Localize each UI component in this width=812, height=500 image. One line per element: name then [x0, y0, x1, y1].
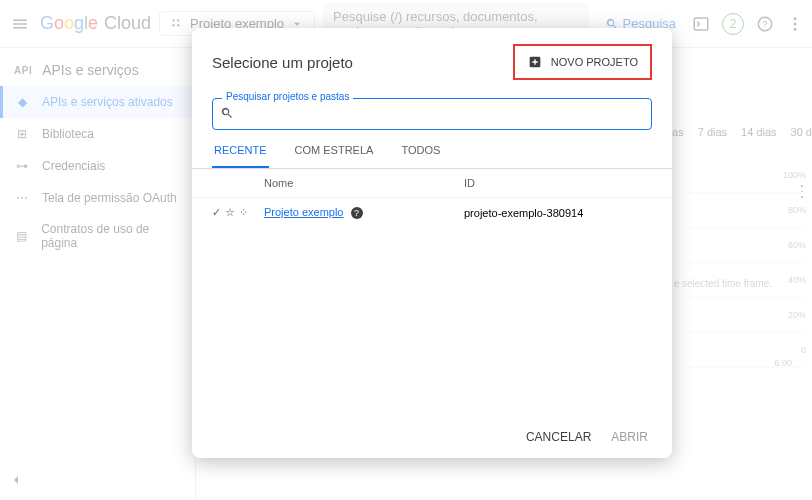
project-type-icon: ⁘: [239, 206, 248, 219]
project-name-link[interactable]: Projeto exemplo: [264, 206, 344, 218]
project-row[interactable]: ✓ ☆ ⁘ Projeto exemplo ? projeto-exemplo-…: [192, 198, 672, 227]
project-picker-dialog: Selecione um projeto NOVO PROJETO Pesqui…: [192, 28, 672, 458]
add-box-icon: [527, 54, 543, 70]
tab-all[interactable]: TODOS: [399, 144, 442, 168]
project-id: projeto-exemplo-380914: [464, 207, 652, 219]
dialog-title: Selecione um projeto: [212, 54, 353, 71]
check-icon: ✓: [212, 206, 221, 219]
tab-recent[interactable]: RECENTE: [212, 144, 269, 168]
new-project-label: NOVO PROJETO: [551, 56, 638, 68]
col-name: Nome: [264, 177, 464, 189]
row-icons: ✓ ☆ ⁘: [212, 206, 264, 219]
cancel-button[interactable]: CANCELAR: [526, 430, 591, 444]
dialog-header: Selecione um projeto NOVO PROJETO: [192, 28, 672, 88]
new-project-button[interactable]: NOVO PROJETO: [519, 50, 646, 74]
table-header: Nome ID: [192, 169, 672, 198]
tab-starred[interactable]: COM ESTRELA: [293, 144, 376, 168]
col-id: ID: [464, 177, 652, 189]
search-label: Pesquisar projetos e pastas: [222, 91, 353, 102]
project-search-input[interactable]: [212, 98, 652, 130]
search-icon: [220, 106, 234, 124]
open-button[interactable]: ABRIR: [611, 430, 648, 444]
info-icon[interactable]: ?: [351, 207, 363, 219]
dialog-footer: CANCELAR ABRIR: [192, 416, 672, 458]
dialog-tabs: RECENTE COM ESTRELA TODOS: [192, 130, 672, 169]
star-icon[interactable]: ☆: [225, 206, 235, 219]
new-project-highlight: NOVO PROJETO: [513, 44, 652, 80]
project-search-wrap: Pesquisar projetos e pastas: [212, 98, 652, 130]
